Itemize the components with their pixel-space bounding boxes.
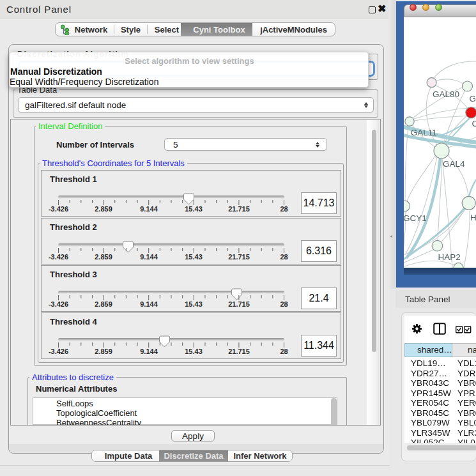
svg-text:GCY1: GCY1 — [404, 213, 427, 223]
svg-text:HAP2: HAP2 — [438, 252, 461, 262]
svg-text:GAL80: GAL80 — [433, 89, 459, 99]
svg-text:GAL11: GAL11 — [411, 128, 437, 137]
svg-text:C: C — [472, 119, 476, 128]
svg-text:GA: GA — [470, 94, 476, 104]
svg-text:GAL4: GAL4 — [443, 159, 465, 169]
svg-text:H: H — [470, 213, 476, 222]
